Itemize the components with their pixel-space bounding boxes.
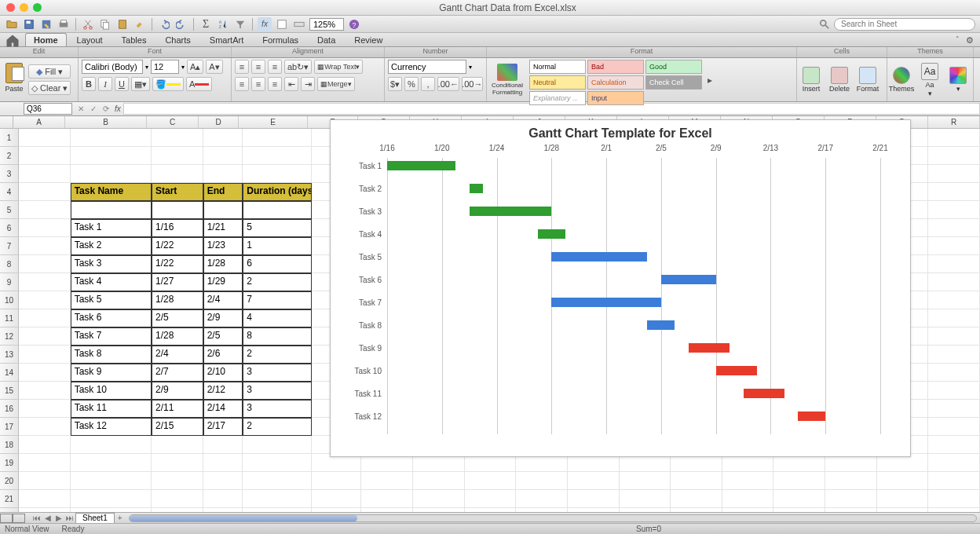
increase-decimal-button[interactable]: .00← xyxy=(437,77,459,91)
cell-D7[interactable]: 1/23 xyxy=(203,237,243,255)
cell-E5[interactable] xyxy=(243,201,311,219)
tab-data[interactable]: Data xyxy=(309,33,344,46)
row-header-13[interactable]: 13 xyxy=(0,346,19,364)
wrap-text-button[interactable]: ▦ Wrap Text ▾ xyxy=(314,60,363,74)
style-good[interactable]: Good xyxy=(645,60,702,74)
search-input[interactable] xyxy=(834,18,975,31)
chart-bar-task-11[interactable] xyxy=(744,389,784,398)
sheet-nav-prev[interactable]: ◀ xyxy=(42,514,53,522)
cell-M21[interactable] xyxy=(671,490,722,508)
cell-A17[interactable] xyxy=(19,418,71,436)
cell-A15[interactable] xyxy=(19,382,71,400)
cell-B18[interactable] xyxy=(71,436,152,454)
styles-gallery[interactable]: Normal Bad Good Neutral Calculation Chec… xyxy=(528,58,704,101)
cell-B17[interactable]: Task 12 xyxy=(71,418,152,436)
cell-C8[interactable]: 1/22 xyxy=(152,255,203,273)
show-formulas-icon[interactable]: fx xyxy=(258,17,272,31)
cell-B7[interactable]: Task 2 xyxy=(71,237,152,255)
font-color-button[interactable]: A xyxy=(186,77,212,91)
zoom-window-button[interactable] xyxy=(33,3,42,12)
paste-icon[interactable] xyxy=(115,17,130,31)
fill-button[interactable]: ◆ Fill ▾ xyxy=(28,64,71,79)
tab-tables[interactable]: Tables xyxy=(113,33,155,46)
chart-bar-task-9[interactable] xyxy=(689,343,730,353)
fx-reference-icon[interactable]: ⟳ xyxy=(100,104,112,115)
cell-C12[interactable]: 1/28 xyxy=(152,327,203,346)
cell-E2[interactable] xyxy=(243,147,311,165)
sheet-tab[interactable]: Sheet1 xyxy=(75,513,115,523)
cell-B12[interactable]: Task 7 xyxy=(71,327,152,346)
cell-R19[interactable] xyxy=(928,454,980,472)
cell-E16[interactable]: 3 xyxy=(243,400,311,418)
cell-A9[interactable] xyxy=(19,273,71,291)
cell-H21[interactable] xyxy=(413,490,465,508)
chart-bar-task-8[interactable] xyxy=(647,320,675,330)
merge-button[interactable]: ▦ Merge ▾ xyxy=(317,77,355,91)
cell-R3[interactable] xyxy=(928,165,980,183)
accept-formula-icon[interactable]: ✓ xyxy=(87,104,100,115)
row-header-9[interactable]: 9 xyxy=(0,273,19,291)
cell-G20[interactable] xyxy=(361,472,413,490)
tab-formulas[interactable]: Formulas xyxy=(254,33,307,46)
cell-E21[interactable] xyxy=(243,490,311,508)
cell-N20[interactable] xyxy=(722,472,774,490)
cell-A21[interactable] xyxy=(19,490,71,508)
cell-R4[interactable] xyxy=(928,183,980,201)
normal-view-button[interactable] xyxy=(0,514,13,523)
cell-C16[interactable]: 2/11 xyxy=(152,400,203,418)
cell-G21[interactable] xyxy=(361,490,413,508)
cell-R18[interactable] xyxy=(928,436,980,454)
row-header-3[interactable]: 3 xyxy=(0,165,19,183)
underline-button[interactable]: U xyxy=(115,77,129,91)
cell-C13[interactable]: 2/4 xyxy=(152,346,203,364)
cell-P21[interactable] xyxy=(825,490,877,508)
cell-R9[interactable] xyxy=(928,273,980,291)
select-all-corner[interactable] xyxy=(0,116,13,128)
row-header-21[interactable]: 21 xyxy=(0,490,19,508)
align-middle-button[interactable]: ≡ xyxy=(251,60,265,74)
cell-C20[interactable] xyxy=(152,472,203,490)
collapse-ribbon-icon[interactable]: ˄ xyxy=(952,35,963,46)
cell-A1[interactable] xyxy=(19,129,71,147)
currency-button[interactable]: $▾ xyxy=(388,77,402,91)
style-calculation[interactable]: Calculation xyxy=(587,75,644,90)
add-sheet-button[interactable]: + xyxy=(115,514,126,522)
help-icon[interactable]: ? xyxy=(347,17,361,31)
undo-icon[interactable] xyxy=(157,17,171,31)
decrease-indent-button[interactable]: ⇤ xyxy=(284,77,298,91)
row-header-20[interactable]: 20 xyxy=(0,472,19,490)
cell-C21[interactable] xyxy=(152,490,203,508)
cell-B3[interactable] xyxy=(71,165,152,183)
horizontal-scrollbar[interactable] xyxy=(129,514,977,522)
cell-C17[interactable]: 2/15 xyxy=(152,418,203,436)
row-header-16[interactable]: 16 xyxy=(0,400,19,418)
number-format-select[interactable] xyxy=(388,60,466,74)
row-header-8[interactable]: 8 xyxy=(0,255,19,273)
cell-E6[interactable]: 5 xyxy=(243,219,311,237)
fill-color-button[interactable]: 🪣 xyxy=(152,77,184,91)
cell-O20[interactable] xyxy=(773,472,825,490)
cell-R7[interactable] xyxy=(928,237,980,255)
cell-R14[interactable] xyxy=(928,364,980,382)
cell-R13[interactable] xyxy=(928,346,980,364)
cell-L21[interactable] xyxy=(620,490,671,508)
cell-C3[interactable] xyxy=(152,165,203,183)
cell-E4[interactable]: Duration (days) xyxy=(243,183,311,201)
row-header-2[interactable]: 2 xyxy=(0,147,19,165)
row-header-5[interactable]: 5 xyxy=(0,201,19,219)
cell-E1[interactable] xyxy=(243,129,311,147)
cell-F20[interactable] xyxy=(312,472,362,490)
cell-E17[interactable]: 2 xyxy=(243,418,311,436)
settings-icon[interactable]: ⚙ xyxy=(966,35,977,46)
cell-B11[interactable]: Task 6 xyxy=(71,309,152,327)
cell-R17[interactable] xyxy=(928,418,980,436)
cell-A18[interactable] xyxy=(19,436,71,454)
insert-cells-button[interactable]: Insert xyxy=(797,58,825,101)
conditional-formatting-button[interactable]: Conditional Formatting xyxy=(487,58,528,101)
cell-D17[interactable]: 2/17 xyxy=(203,418,243,436)
chart-bar-task-10[interactable] xyxy=(716,366,757,375)
cell-A10[interactable] xyxy=(19,291,71,309)
row-headers[interactable]: 12345678910111213141516171819202122 xyxy=(0,129,19,526)
row-header-6[interactable]: 6 xyxy=(0,219,19,237)
align-right-button[interactable]: ≡ xyxy=(268,77,282,91)
